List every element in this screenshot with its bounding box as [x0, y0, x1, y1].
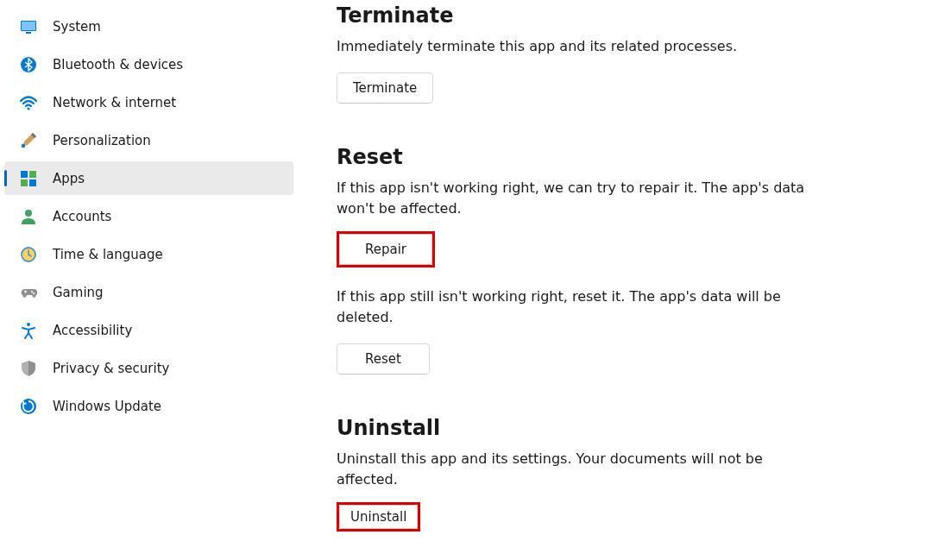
sidebar-item-label: Bluetooth & devices — [53, 57, 183, 72]
sidebar-item-windows-update[interactable]: Windows Update — [4, 389, 293, 423]
sidebar-item-privacy[interactable]: Privacy & security — [4, 351, 293, 385]
wifi-icon — [20, 94, 37, 111]
settings-layout: System Bluetooth & devices Network & int… — [0, 0, 932, 560]
sidebar-item-label: Time & language — [53, 247, 163, 262]
svg-point-14 — [27, 323, 30, 326]
sidebar-item-accounts[interactable]: Accounts — [4, 199, 293, 233]
paintbrush-icon — [20, 132, 37, 149]
uninstall-section: Uninstall Uninstall this app and its set… — [337, 416, 906, 551]
svg-rect-2 — [26, 32, 31, 34]
sidebar-item-bluetooth[interactable]: Bluetooth & devices — [4, 47, 293, 81]
sidebar-item-label: Apps — [53, 171, 85, 186]
sidebar-item-network[interactable]: Network & internet — [4, 85, 293, 119]
reset-heading: Reset — [337, 145, 906, 169]
uninstall-button[interactable]: Uninstall — [339, 505, 418, 529]
sidebar-item-label: Accessibility — [53, 323, 132, 338]
sidebar-nav: System Bluetooth & devices Network & int… — [0, 0, 293, 560]
svg-rect-1 — [22, 22, 35, 30]
svg-point-13 — [33, 293, 35, 294]
terminate-button[interactable]: Terminate — [337, 72, 433, 104]
svg-rect-6 — [21, 171, 28, 178]
gamepad-icon — [20, 284, 37, 301]
terminate-section: Terminate Immediately terminate this app… — [337, 3, 906, 104]
terminate-description: Immediately terminate this app and its r… — [337, 36, 820, 57]
sidebar-item-label: Gaming — [53, 285, 104, 300]
sidebar-item-label: Personalization — [53, 133, 151, 148]
reset-description: If this app still isn't working right, r… — [337, 286, 820, 328]
svg-point-10 — [25, 210, 32, 217]
app-settings-content: Terminate Immediately terminate this app… — [293, 0, 932, 560]
person-icon — [20, 208, 37, 225]
reset-button[interactable]: Reset — [337, 343, 430, 374]
system-icon — [20, 18, 37, 35]
sidebar-item-label: Privacy & security — [53, 361, 169, 376]
sidebar-item-label: Accounts — [53, 209, 111, 224]
sidebar-item-label: System — [53, 19, 101, 35]
reset-section: Reset If this app isn't working right, w… — [337, 145, 906, 374]
terminate-heading: Terminate — [337, 3, 906, 28]
bluetooth-icon — [20, 56, 37, 73]
svg-rect-7 — [29, 171, 36, 178]
svg-point-4 — [27, 107, 29, 110]
repair-button[interactable]: Repair — [339, 234, 432, 265]
uninstall-heading: Uninstall — [337, 416, 906, 440]
repair-description: If this app isn't working right, we can … — [337, 178, 820, 219]
apps-icon — [20, 170, 37, 187]
clock-globe-icon — [20, 246, 37, 263]
svg-rect-8 — [21, 179, 28, 186]
svg-point-5 — [22, 143, 25, 147]
sidebar-item-personalization[interactable]: Personalization — [4, 123, 293, 157]
svg-rect-9 — [29, 179, 36, 186]
shield-icon — [20, 360, 37, 377]
accessibility-icon — [20, 322, 37, 339]
uninstall-highlight-box: Uninstall — [337, 502, 420, 532]
repair-highlight-box: Repair — [337, 231, 435, 267]
update-icon — [20, 398, 37, 415]
sidebar-item-label: Windows Update — [53, 399, 161, 414]
sidebar-item-apps[interactable]: Apps — [4, 161, 293, 195]
uninstall-description: Uninstall this app and its settings. You… — [337, 449, 820, 490]
sidebar-item-label: Network & internet — [53, 95, 176, 110]
sidebar-item-gaming[interactable]: Gaming — [4, 275, 293, 309]
sidebar-item-system[interactable]: System — [4, 9, 293, 43]
sidebar-item-accessibility[interactable]: Accessibility — [4, 313, 293, 347]
sidebar-item-time-language[interactable]: Time & language — [4, 237, 293, 271]
svg-point-12 — [31, 291, 33, 293]
